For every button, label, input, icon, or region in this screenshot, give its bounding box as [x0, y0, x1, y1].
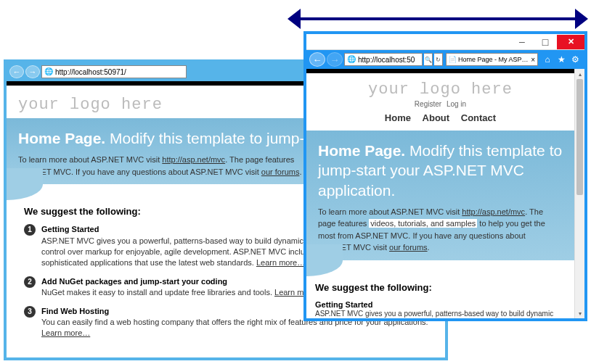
minimize-button[interactable]: ─ — [510, 35, 534, 49]
suggestions-section: We suggest the following: Getting Starte… — [306, 276, 574, 318]
hero-title-bold: Home Page. — [318, 142, 405, 159]
logo-text: your logo here — [318, 80, 563, 99]
refresh-button[interactable]: ↻ — [434, 53, 443, 66]
auth-links: Register Log in — [318, 100, 563, 108]
tab-close-icon[interactable]: × — [529, 56, 535, 64]
forward-button[interactable]: → — [25, 65, 40, 78]
page-body: your logo here Register Log in Home Abou… — [306, 73, 584, 318]
url-text: http://localhost:50 — [358, 56, 415, 64]
hero-title-rest: Modify this template to jump-start — [105, 130, 334, 146]
nav-about[interactable]: About — [423, 112, 450, 123]
hero-curve — [306, 260, 574, 276]
scroll-down-button[interactable]: ▾ — [575, 308, 584, 318]
url-text: http://localhost:50971/ — [55, 68, 126, 76]
favicon-icon: 📄 — [449, 56, 457, 64]
globe-icon: 🌐 — [347, 55, 356, 64]
forums-link[interactable]: our forums — [389, 243, 428, 252]
forward-button[interactable]: → — [327, 52, 343, 67]
close-button[interactable]: ✕ — [557, 35, 584, 49]
hero-title: Home Page. Modify this template to jump-… — [318, 141, 563, 200]
arrow-shaft — [298, 17, 578, 20]
vertical-scrollbar[interactable]: ▴ ▾ — [574, 69, 584, 318]
browser-tab[interactable]: 📄 Home Page - My ASP… × — [446, 53, 538, 66]
home-icon[interactable]: ⌂ — [541, 53, 554, 66]
resize-arrow — [288, 9, 588, 29]
highlight-text: videos, tutorials, and samples — [369, 219, 477, 228]
maximize-button[interactable]: □ — [534, 35, 557, 49]
hero-banner: Home Page. Modify this template to jump-… — [306, 131, 574, 261]
favorites-icon[interactable]: ★ — [555, 53, 568, 66]
learn-more-link[interactable]: Learn more… — [41, 328, 90, 337]
item-number: 1 — [24, 224, 36, 236]
hero-title-bold: Home Page. — [18, 130, 105, 146]
suggest-heading: We suggest the following: — [315, 282, 566, 293]
nav-contact[interactable]: Contact — [461, 112, 496, 123]
back-button[interactable]: ← — [9, 65, 24, 78]
nav-home[interactable]: Home — [385, 112, 411, 123]
header-area: your logo here Register Log in Home Abou… — [306, 73, 574, 131]
url-input[interactable]: 🌐 http://localhost:50 — [344, 53, 423, 66]
item-desc: ASP.NET MVC gives you a powerful, patter… — [315, 310, 566, 318]
arrow-right-head — [575, 9, 588, 29]
learn-more-link[interactable]: Learn more… — [256, 258, 305, 267]
scroll-up-button[interactable]: ▴ — [575, 69, 584, 79]
globe-icon: 🌐 — [44, 67, 53, 76]
page-content: your logo here Register Log in Home Abou… — [306, 69, 584, 318]
chrome-buttons: ⌂ ★ ⚙ — [541, 53, 582, 66]
mvc-link[interactable]: http://asp.net/mvc — [462, 207, 525, 216]
address-bar: ← → 🌐 http://localhost:50 🔍 ↻ 📄 Home Pag… — [306, 50, 584, 69]
item-number: 3 — [24, 306, 36, 318]
main-nav: Home About Contact — [318, 112, 563, 123]
forums-link[interactable]: our forums — [261, 167, 300, 176]
window-titlebar: ─ □ ✕ — [306, 34, 584, 50]
scroll-thumb[interactable] — [576, 79, 583, 195]
browser-window-narrow: ─ □ ✕ ← → 🌐 http://localhost:50 🔍 ↻ 📄 Ho… — [303, 31, 587, 321]
hero-subtext: To learn more about ASP.NET MVC visit ht… — [318, 206, 563, 254]
login-link[interactable]: Log in — [447, 100, 466, 108]
search-dropdown[interactable]: 🔍 — [424, 53, 433, 66]
item-title: Getting Started — [315, 300, 566, 309]
url-input[interactable]: 🌐 http://localhost:50971/ — [41, 65, 187, 78]
item-number: 2 — [24, 276, 36, 288]
tab-title: Home Page - My ASP… — [458, 56, 529, 63]
back-button[interactable]: ← — [309, 52, 325, 67]
register-link[interactable]: Register — [415, 100, 441, 108]
list-item: Getting Started ASP.NET MVC gives you a … — [315, 300, 566, 318]
settings-icon[interactable]: ⚙ — [568, 53, 582, 66]
mvc-link[interactable]: http://asp.net/mvc — [162, 155, 225, 164]
